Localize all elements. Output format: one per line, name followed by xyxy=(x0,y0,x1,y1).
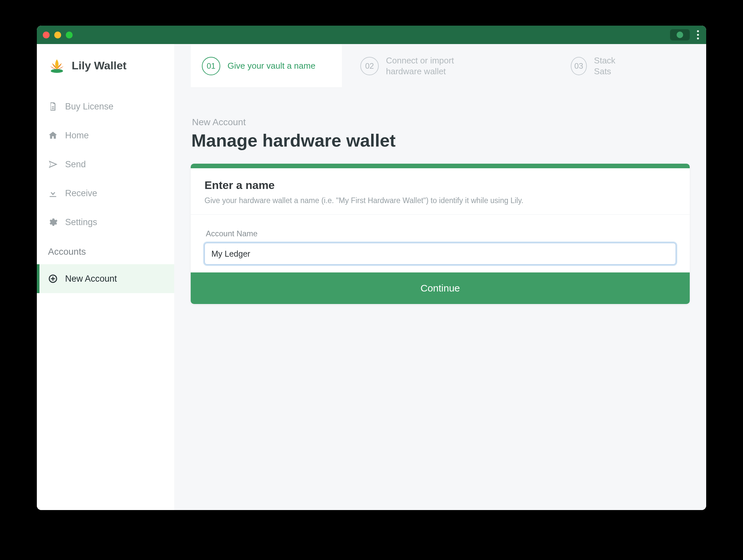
step-label: Stack Sats xyxy=(594,55,629,77)
main-content: 01 Give your vault a name 02 Connect or … xyxy=(174,44,706,510)
nav-home[interactable]: Home xyxy=(37,121,174,150)
window-controls xyxy=(43,32,73,39)
gear-icon xyxy=(48,217,58,227)
nav-label: Buy License xyxy=(65,101,114,112)
nav-settings[interactable]: Settings xyxy=(37,208,174,237)
nav-label: New Account xyxy=(65,274,117,284)
step-3[interactable]: 03 Stack Sats xyxy=(552,44,642,87)
close-window-button[interactable] xyxy=(43,32,50,39)
account-name-input[interactable] xyxy=(205,243,676,265)
nav-buy-license[interactable]: Buy License xyxy=(37,92,174,121)
svg-point-0 xyxy=(51,69,63,73)
minimize-window-button[interactable] xyxy=(54,32,61,39)
plus-circle-icon xyxy=(48,274,58,284)
nav-label: Settings xyxy=(65,217,97,227)
card-heading: Enter a name xyxy=(205,179,676,192)
brand[interactable]: Lily Wallet xyxy=(37,56,174,92)
step-number: 03 xyxy=(571,57,587,75)
lily-logo-icon xyxy=(48,56,66,74)
continue-button[interactable]: Continue xyxy=(191,272,690,304)
receive-icon xyxy=(48,188,58,198)
sidebar: Lily Wallet Buy License Home Send xyxy=(37,44,174,510)
send-icon xyxy=(48,159,58,169)
page-title: Manage hardware wallet xyxy=(191,130,690,150)
account-name-label: Account Name xyxy=(206,229,676,238)
nav-label: Home xyxy=(65,131,89,141)
sidebar-section-accounts: Accounts xyxy=(37,237,174,264)
step-1[interactable]: 01 Give your vault a name xyxy=(191,44,342,87)
titlebar xyxy=(37,26,706,44)
license-icon xyxy=(48,101,58,111)
nav-label: Receive xyxy=(65,188,97,198)
status-dot-icon xyxy=(676,32,683,38)
page-eyebrow: New Account xyxy=(192,117,690,128)
stepper: 01 Give your vault a name 02 Connect or … xyxy=(191,44,690,87)
nav-send[interactable]: Send xyxy=(37,150,174,179)
step-2[interactable]: 02 Connect or import hardware wallet xyxy=(342,44,552,87)
app-name: Lily Wallet xyxy=(72,59,127,72)
nav-new-account[interactable]: New Account xyxy=(37,264,174,293)
name-card: Enter a name Give your hardware wallet a… xyxy=(191,164,690,304)
step-label: Connect or import hardware wallet xyxy=(386,55,488,77)
card-accent xyxy=(191,164,690,168)
nav-receive[interactable]: Receive xyxy=(37,179,174,208)
step-number: 01 xyxy=(202,57,220,75)
zoom-window-button[interactable] xyxy=(66,32,73,39)
app-window: Lily Wallet Buy License Home Send xyxy=(37,26,706,510)
nav-label: Send xyxy=(65,159,86,170)
more-menu-button[interactable] xyxy=(696,30,700,39)
home-icon xyxy=(48,131,58,140)
step-label: Give your vault a name xyxy=(227,60,315,71)
card-subtext: Give your hardware wallet a name (i.e. "… xyxy=(205,196,676,205)
step-number: 02 xyxy=(360,57,379,75)
connection-status-indicator[interactable] xyxy=(670,29,690,40)
